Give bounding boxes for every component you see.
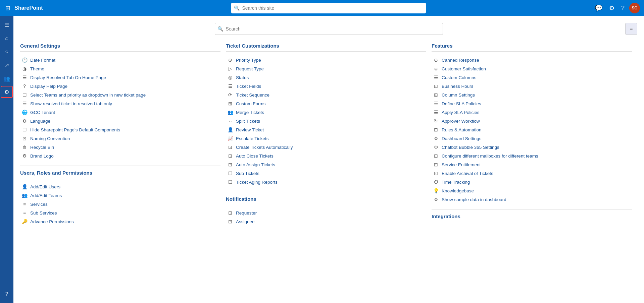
menu-item-ticket-aging[interactable]: ☐ Ticket Aging Reports xyxy=(226,178,426,186)
menu-item-configure-mailboxes[interactable]: ⊡ Configure different mailboxes for diff… xyxy=(432,152,632,160)
menu-item-show-resolved[interactable]: ☰ Show resolved ticket in resolved tab o… xyxy=(20,99,220,108)
ticket-customizations-header: Ticket Customizations xyxy=(226,43,426,52)
menu-item-merge-tickets[interactable]: 👥 Merge Tickets xyxy=(226,108,426,117)
menu-item-status[interactable]: ◎ Status xyxy=(226,73,426,82)
rules-automation-icon: ⊡ xyxy=(433,127,439,132)
menu-item-assignee[interactable]: ⊡ Assignee xyxy=(226,217,426,226)
menu-item-enable-archival[interactable]: ⊡ Enable Archival of Tickets xyxy=(432,169,632,178)
show-resolved-icon: ☰ xyxy=(21,101,28,106)
sidebar-item-home[interactable]: ⌂ xyxy=(1,32,13,44)
review-ticket-icon: 👤 xyxy=(227,127,233,132)
menu-item-custom-columns[interactable]: ☰ Custom Columns xyxy=(432,73,632,82)
date-format-icon: 🕐 xyxy=(21,57,28,63)
sidebar-item-analytics[interactable]: ↗ xyxy=(1,59,13,71)
menu-item-auto-assign[interactable]: ⊡ Auto Assign Tickets xyxy=(226,160,426,169)
menu-item-service-entitlement[interactable]: ⊡ Service Entitlement xyxy=(432,160,632,169)
sidebar-item-help[interactable]: ? xyxy=(1,288,13,300)
menu-item-request-type[interactable]: ▷ Request Type xyxy=(226,64,426,73)
list-view-button[interactable]: ≡ xyxy=(625,23,637,35)
menu-item-recycle-bin[interactable]: 🗑 Recycle Bin xyxy=(20,143,220,152)
general-divider xyxy=(20,166,220,166)
menu-item-auto-close[interactable]: ⊡ Auto Close Tickets xyxy=(226,152,426,160)
top-bar-right: 💬 ⚙ ? SG xyxy=(593,3,640,13)
naming-convention-icon: ⊡ xyxy=(21,136,28,141)
menu-item-customer-satisfaction[interactable]: ☺ Customer Satisfaction xyxy=(432,64,632,73)
menu-item-rules-automation[interactable]: ⊡ Rules & Automation xyxy=(432,125,632,134)
menu-item-knowledgebase[interactable]: 💡 Knowledgebase xyxy=(432,186,632,195)
features-column: Features ⊙ Canned Response ☺ Customer Sa… xyxy=(432,43,637,231)
menu-item-business-hours[interactable]: ⊡ Business Hours xyxy=(432,82,632,90)
menu-item-brand-logo[interactable]: ⚙ Brand Logo xyxy=(20,152,220,160)
advance-permissions-icon: 🔑 xyxy=(21,219,28,224)
menu-item-naming-convention[interactable]: ⊡ Naming Convention xyxy=(20,134,220,143)
menu-item-custom-forms[interactable]: ⊞ Custom Forms xyxy=(226,99,426,108)
requester-icon: ⊡ xyxy=(227,210,233,216)
menu-item-column-settings[interactable]: ⊞ Column Settings xyxy=(432,90,632,99)
menu-item-approver-workflow[interactable]: ↻ Approver Workflow xyxy=(432,117,632,125)
menu-item-date-format[interactable]: 🕐 Date Format xyxy=(20,56,220,64)
menu-item-chatbot-bubble[interactable]: ⚙ Chatbot Bubble 365 Settings xyxy=(432,143,632,152)
menu-item-sub-tickets[interactable]: ☐ Sub Tickets xyxy=(226,169,426,178)
users-roles-header: Users, Roles and Permissions xyxy=(20,170,220,178)
menu-item-gcc-tenant[interactable]: 🌐 GCC Tenant xyxy=(20,108,220,117)
request-type-icon: ▷ xyxy=(227,66,233,71)
menu-item-sub-services[interactable]: ≡ Sub Services xyxy=(20,208,220,217)
menu-item-escalate-tickets[interactable]: 📈 Escalate Tickets xyxy=(226,134,426,143)
menu-item-ticket-fields[interactable]: ☰ Ticket Fields xyxy=(226,82,426,90)
create-tickets-auto-icon: ⊡ xyxy=(227,144,233,150)
help-icon[interactable]: ? xyxy=(619,3,627,13)
menu-item-display-help[interactable]: ? Display Help Page xyxy=(20,82,220,90)
top-search-input[interactable] xyxy=(231,3,426,13)
left-sidebar: ☰ ⌂ ○ ↗ 👥 ⚙ ? xyxy=(0,16,13,303)
sidebar-item-settings[interactable]: ⚙ xyxy=(1,86,13,98)
menu-item-requester[interactable]: ⊡ Requester xyxy=(226,208,426,217)
waffle-icon[interactable]: ⊞ xyxy=(4,3,12,13)
gcc-tenant-icon: 🌐 xyxy=(21,110,28,115)
canned-response-icon: ⊙ xyxy=(433,57,439,63)
dashboard-settings-icon: ⚙ xyxy=(433,136,439,141)
menu-item-select-teams[interactable]: ☐ Select Teams and priority as dropdown … xyxy=(20,90,220,99)
general-settings-column: General Settings 🕐 Date Format ◑ Theme ☰… xyxy=(20,43,226,231)
top-search-wrap: 🔍 xyxy=(231,3,426,13)
menu-item-create-tickets-auto[interactable]: ⊡ Create Tickets Automatically xyxy=(226,143,426,152)
menu-item-canned-response[interactable]: ⊙ Canned Response xyxy=(432,56,632,64)
ticket-fields-icon: ☰ xyxy=(227,83,233,89)
sidebar-item-menu[interactable]: ☰ xyxy=(1,19,13,31)
theme-icon: ◑ xyxy=(21,66,28,71)
menu-item-apply-sla[interactable]: ☰ Apply SLA Policies xyxy=(432,108,632,117)
top-bar: ⊞ SharePoint 🔍 💬 ⚙ ? SG xyxy=(0,0,644,16)
menu-item-add-edit-users[interactable]: 👤 Add/Edit Users xyxy=(20,182,220,191)
inner-search-input[interactable] xyxy=(215,23,443,35)
feedback-icon[interactable]: 💬 xyxy=(593,3,604,13)
hide-sharepoint-icon: ☐ xyxy=(21,127,28,132)
features-divider xyxy=(432,209,632,209)
menu-item-services[interactable]: ≡ Services xyxy=(20,200,220,208)
sidebar-item-team[interactable]: 👥 xyxy=(1,72,13,84)
menu-item-show-sample-data[interactable]: ⚙ Show sample data in dashboard xyxy=(432,195,632,204)
menu-item-ticket-sequence[interactable]: ⟳ Ticket Sequence xyxy=(226,90,426,99)
settings-icon[interactable]: ⚙ xyxy=(607,3,616,13)
menu-item-split-tickets[interactable]: ↔ Split Tickets xyxy=(226,117,426,125)
menu-item-time-tracking[interactable]: ⏱ Time Tracking xyxy=(432,178,632,186)
menu-item-define-sla[interactable]: ☰ Define SLA Policies xyxy=(432,99,632,108)
customer-satisfaction-icon: ☺ xyxy=(433,66,439,71)
custom-columns-icon: ☰ xyxy=(433,75,439,80)
menu-item-advance-permissions[interactable]: 🔑 Advance Permissions xyxy=(20,217,220,226)
enable-archival-icon: ⊡ xyxy=(433,171,439,176)
inner-search-icon: 🔍 xyxy=(217,26,223,32)
avatar[interactable]: SG xyxy=(629,3,640,13)
menu-item-review-ticket[interactable]: 👤 Review Ticket xyxy=(226,125,426,134)
auto-close-icon: ⊡ xyxy=(227,153,233,159)
menu-item-display-resolved-tab[interactable]: ☰ Display Resolved Tab On Home Page xyxy=(20,73,220,82)
menu-item-priority-type[interactable]: ⊙ Priority Type xyxy=(226,56,426,64)
time-tracking-icon: ⏱ xyxy=(433,179,439,185)
menu-item-language[interactable]: ⚙ Language xyxy=(20,117,220,125)
sidebar-item-search[interactable]: ○ xyxy=(1,46,13,58)
inner-search-area: 🔍 ≡ xyxy=(20,23,637,35)
menu-item-add-edit-teams[interactable]: 👥 Add/Edit Teams xyxy=(20,191,220,200)
menu-item-dashboard-settings[interactable]: ⚙ Dashboard Settings xyxy=(432,134,632,143)
define-sla-icon: ☰ xyxy=(433,101,439,106)
menu-item-theme[interactable]: ◑ Theme xyxy=(20,64,220,73)
sub-tickets-icon: ☐ xyxy=(227,171,233,176)
menu-item-hide-sharepoint[interactable]: ☐ Hide Sharepoint Page's Default Compone… xyxy=(20,125,220,134)
